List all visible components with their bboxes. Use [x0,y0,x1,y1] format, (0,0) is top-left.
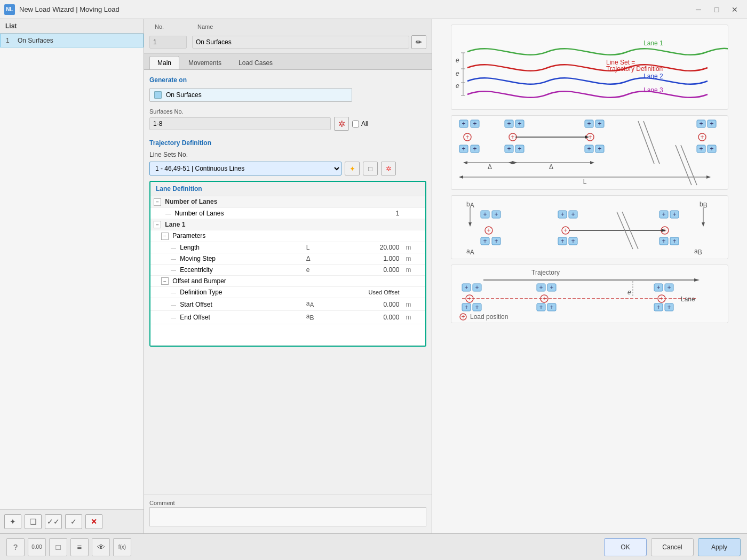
check-all-button[interactable]: ✓✓ [45,514,62,529]
tree-toggle[interactable]: − [161,277,169,285]
svg-text:+: + [667,284,671,291]
svg-text:+: + [571,211,575,218]
window-title: New Load Wizard | Moving Load [19,5,690,13]
moving-step-unit: m [402,253,425,264]
copy-item-button[interactable]: ❑ [25,514,42,529]
name-input[interactable]: On Surfaces [192,36,409,49]
svg-text:+: + [462,145,465,153]
svg-text:+: + [473,145,476,153]
tab-load-cases[interactable]: Load Cases [231,56,281,69]
def-type-value: Used Offset [330,287,402,298]
table-row [150,324,425,345]
check-selected-button[interactable]: ✓ [65,514,82,529]
titlebar: NL New Load Wizard | Moving Load ─ □ ✕ [0,0,747,19]
name-edit-button[interactable]: ✏ [411,35,426,49]
generate-on-dropdown[interactable]: On Surfaces [149,88,352,102]
apply-button[interactable]: Apply [698,538,741,556]
units-button[interactable]: 0.00 [28,538,46,556]
ok-button[interactable]: OK [604,538,647,556]
def-type-label: Definition Type [180,289,222,296]
minimize-button[interactable]: ─ [690,3,706,16]
svg-text:+: + [539,303,543,311]
line-sets-pick-button[interactable]: ✲ [381,162,396,175]
bottom-icons: ? 0.00 □ ≡ 👁 f(x) [6,538,601,556]
surfaces-no-input[interactable] [149,117,331,130]
svg-text:e: e [456,57,459,64]
svg-text:+: + [560,211,564,218]
app-icon: NL [4,4,15,15]
table-row: — End Offset aB 0.000 m [150,311,425,324]
num-lanes-section-label: Number of Lanes [165,198,217,205]
formula-button[interactable]: f(x) [113,538,131,556]
load-pattern-top-diagram: + + + + + + + + + + [451,115,728,190]
view3-button[interactable]: 👁 [92,538,110,556]
no-field: 1 [149,36,187,49]
tree-toggle[interactable]: − [154,221,161,228]
svg-text:+: + [662,237,665,245]
svg-text:+: + [563,227,567,234]
help-button[interactable]: ? [6,538,25,556]
svg-marker-63 [590,161,594,164]
svg-text:+: + [473,120,476,127]
left-panel: List 1 On Surfaces ✦ ❑ ✓✓ ✓ ✕ [0,19,144,533]
list-item-text: On Surfaces [18,37,53,44]
line-sets-edit-button[interactable]: □ [363,162,378,175]
surfaces-pick-button[interactable]: ✲ [334,117,349,131]
surfaces-input-row: ✲ All [149,117,426,131]
tab-movements[interactable]: Movements [180,56,229,69]
svg-marker-76 [702,222,705,227]
end-offset-value: 0.000 [330,311,402,324]
svg-text:Lane 1: Lane 1 [643,39,663,47]
tree-toggle[interactable]: − [154,198,161,206]
lane-def-table: − Number of Lanes — Number of Lanes [150,196,425,346]
svg-text:+: + [662,211,665,218]
svg-text:Lane: Lane [681,295,695,303]
svg-text:+: + [507,145,511,153]
line-sets-input-row: 1 - 46,49-51 | Continuous Lines ✦ □ ✲ [149,162,426,175]
view1-button[interactable]: □ [49,538,67,556]
all-checkbox-label[interactable]: All [352,120,368,127]
svg-marker-73 [468,222,472,227]
svg-text:e: e [456,70,459,77]
svg-text:+: + [560,237,564,245]
tab-main[interactable]: Main [149,56,179,69]
list-item[interactable]: 1 On Surfaces [0,34,144,47]
cancel-button[interactable]: Cancel [651,538,694,556]
lane-definition-box: Lane Definition − Number of Lanes [149,181,426,347]
svg-text:Trajectory Definition: Trajectory Definition [606,65,663,73]
svg-text:+: + [550,284,553,291]
table-row: — Number of Lanes 1 [150,207,425,219]
view2-button[interactable]: ≡ [70,538,89,556]
maximize-button[interactable]: □ [709,3,725,16]
svg-text:L: L [583,178,587,186]
all-checkbox[interactable] [352,121,359,127]
svg-text:aB: aB [694,247,702,256]
svg-text:+: + [598,120,601,127]
line-sets-label: Line Sets No. [149,151,426,158]
start-offset-value: 0.000 [330,298,402,311]
right-panel: e e e Lane 1 Line Set = Trajectory Defin… [432,19,747,533]
table-row: — Eccentricity e 0.000 m [150,264,425,275]
eccentricity-label: Eccentricity [180,266,212,274]
end-offset-sym: aB [303,311,331,324]
trajectory-lane-diagram: Trajectory e + + + + + + [451,265,728,323]
surfaces-no-label: Surfaces No. [149,108,426,115]
tree-toggle[interactable]: − [161,233,169,240]
delete-item-button[interactable]: ✕ [85,514,102,529]
svg-text:+: + [487,227,490,234]
close-button[interactable]: ✕ [727,3,743,16]
add-item-button[interactable]: ✦ [4,514,21,529]
comment-input[interactable] [149,507,426,526]
svg-text:+: + [507,120,511,127]
moving-step-value: 1.000 [330,253,402,264]
svg-text:+: + [494,211,498,218]
svg-marker-58 [463,161,467,164]
no-name-row: 1 On Surfaces ✏ [144,31,432,54]
tab-content-main: Generate on On Surfaces Surfaces No. ✲ A… [144,70,432,494]
line-sets-new-button[interactable]: ✦ [345,162,360,175]
svg-text:+: + [465,133,469,141]
center-panel: No. Name 1 On Surfaces ✏ Main Movements … [144,19,432,533]
svg-text:e: e [456,82,459,90]
no-input[interactable]: 1 [149,36,187,49]
line-sets-select[interactable]: 1 - 46,49-51 | Continuous Lines [149,162,341,175]
